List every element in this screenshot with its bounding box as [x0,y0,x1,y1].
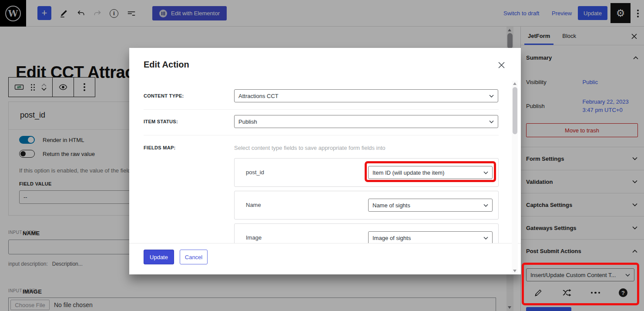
post-id-map-value: Item ID (will update the item) [372,169,444,176]
field-name: Image [246,234,262,241]
name-map-value: Name of sights [372,202,410,209]
image-map-select[interactable]: Image of sights [368,231,493,244]
modal-footer: Update Cancel [129,243,521,274]
chevron-down-icon [489,120,494,123]
chevron-down-icon [483,204,488,207]
post-id-map-select[interactable]: Item ID (will update the item) [368,166,493,179]
scroll-up-arrow[interactable] [513,82,517,85]
field-name: Name [246,202,261,208]
chevron-down-icon [489,95,494,98]
modal-scrollbar-thumb[interactable] [513,87,517,134]
close-icon [498,61,505,69]
fields-map-row-name: Name Name of sights [234,191,499,220]
item-status-value: Publish [238,118,257,125]
content-type-value: Attractions CCT [238,93,278,99]
page-root: W + i [0,0,644,311]
modal-cancel-button[interactable]: Cancel [180,250,208,264]
item-status-select[interactable]: Publish [234,115,498,128]
modal-title: Edit Action [144,60,189,70]
chevron-down-icon [483,237,488,240]
field-name: post_id [246,169,264,176]
modal-scrollbar[interactable] [512,81,518,274]
modal-update-button[interactable]: Update [144,250,174,264]
fields-map-hint: Select content type fields to save appro… [234,145,386,151]
fields-map-label: FIELDS MAP: [144,145,176,150]
scroll-down-arrow[interactable] [513,270,517,272]
chevron-down-icon [483,171,488,174]
modal-close-button[interactable] [496,60,506,70]
content-type-label: CONTENT TYPE: [144,93,184,98]
item-status-label: ITEM STATUS: [144,119,178,124]
content-type-select[interactable]: Attractions CCT [234,89,498,102]
image-map-value: Image of sights [372,235,411,241]
fields-map-row-post-id: post_id Item ID (will update the item) [234,158,499,187]
name-map-select[interactable]: Name of sights [368,199,493,212]
edit-action-modal: Edit Action CONTENT TYPE: Attractions CC… [129,48,521,274]
